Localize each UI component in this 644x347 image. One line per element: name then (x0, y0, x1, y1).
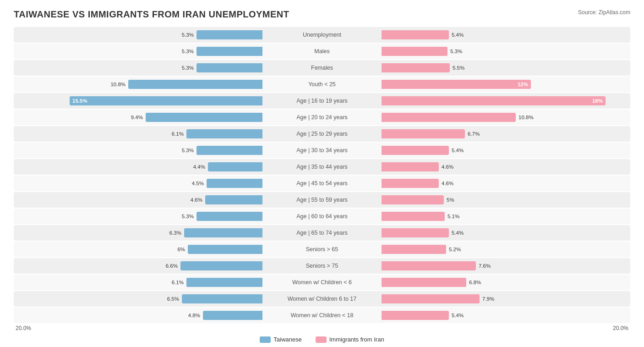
bar-value-right: 6.7% (468, 131, 480, 137)
row-inner: 6.6%Seniors > 757.6% (14, 258, 630, 274)
bar-left-container: 5.3% (14, 143, 262, 158)
bar-right-container: 10.8% (382, 110, 630, 125)
bar-right: 18% (382, 96, 606, 105)
row-inner: 15.5%Age | 16 to 19 years18% (14, 93, 630, 109)
row-label: Age | 65 to 74 years (262, 230, 382, 236)
bar-row: 6.5%Women w/ Children 6 to 177.9% (14, 291, 630, 307)
bar-row: 6.1%Women w/ Children < 66.8% (14, 275, 630, 290)
bar-left-container: 6.1% (14, 126, 262, 142)
bar-left: 6.5% (182, 294, 262, 303)
bar-left: 6.3% (184, 228, 262, 237)
bar-right: 5.3% (382, 47, 448, 56)
bar-right: 5.1% (382, 212, 445, 221)
bar-value-left: 6.6% (166, 263, 178, 269)
bar-left-container: 4.5% (14, 176, 262, 191)
bar-left: 6.1% (186, 278, 262, 287)
row-inner: 10.8%Youth < 2512% (14, 77, 630, 92)
bar-value-right-inside: 12% (518, 82, 531, 87)
row-inner: 5.3%Unemployment5.4% (14, 27, 630, 43)
bar-right: 10.8% (382, 113, 516, 122)
row-label: Women w/ Children < 6 (262, 279, 382, 286)
axis-right: 20.0% (382, 325, 630, 331)
row-inner: 6.5%Women w/ Children 6 to 177.9% (14, 291, 630, 307)
bar-value-right: 5.4% (452, 230, 464, 236)
bar-row: 4.6%Age | 55 to 59 years5% (14, 192, 630, 208)
bar-left: 6% (188, 245, 262, 254)
bar-left: 9.4% (146, 113, 262, 122)
row-label: Age | 45 to 54 years (262, 180, 382, 187)
row-inner: 5.3%Age | 30 to 34 years5.4% (14, 143, 630, 158)
bar-left: 6.6% (180, 261, 262, 270)
bar-right: 7.9% (382, 294, 480, 303)
row-label: Age | 60 to 64 years (262, 213, 382, 220)
row-inner: 6%Seniors > 655.2% (14, 242, 630, 257)
row-inner: 6.1%Age | 25 to 29 years6.7% (14, 126, 630, 142)
chart-container: TAIWANESE VS IMMIGRANTS FROM IRAN UNEMPL… (0, 0, 644, 347)
bar-left-container: 4.8% (14, 308, 262, 323)
bar-row: 4.5%Age | 45 to 54 years4.6% (14, 176, 630, 191)
bar-right: 4.6% (382, 162, 439, 171)
axis-value-left: 20.0% (16, 325, 31, 331)
chart-title: TAIWANESE VS IMMIGRANTS FROM IRAN UNEMPL… (14, 9, 289, 20)
bar-value-right: 5.1% (448, 214, 459, 219)
legend-color-taiwanese (260, 336, 271, 343)
legend-iran: Immigrants from Iran (316, 336, 384, 343)
bar-left-container: 4.6% (14, 192, 262, 208)
bar-right-container: 6.7% (382, 126, 630, 142)
bar-row: 5.3%Unemployment5.4% (14, 27, 630, 43)
bar-right-container: 7.6% (382, 258, 630, 274)
bar-value-right: 10.8% (518, 115, 534, 120)
bar-value-left: 6.1% (172, 131, 184, 137)
bar-value-right: 5.4% (452, 148, 464, 153)
bar-right: 5.4% (382, 30, 449, 39)
bar-left-container: 5.3% (14, 27, 262, 43)
bar-right-container: 5.4% (382, 308, 630, 323)
row-inner: 9.4%Age | 20 to 24 years10.8% (14, 110, 630, 125)
row-inner: 4.4%Age | 35 to 44 years4.6% (14, 159, 630, 175)
bar-row: 4.8%Women w/ Children < 185.4% (14, 308, 630, 323)
bar-row: 6.3%Age | 65 to 74 years5.4% (14, 225, 630, 241)
axis-row: 20.0% 20.0% (14, 325, 630, 331)
row-label: Age | 30 to 34 years (262, 147, 382, 154)
chart-header: TAIWANESE VS IMMIGRANTS FROM IRAN UNEMPL… (14, 9, 630, 20)
bar-right: 12% (382, 80, 531, 89)
bar-left: 4.4% (208, 162, 262, 171)
bar-left: 5.3% (196, 212, 262, 221)
row-label: Seniors > 65 (262, 246, 382, 253)
row-inner: 5.3%Age | 60 to 64 years5.1% (14, 209, 630, 224)
bar-right: 7.6% (382, 261, 476, 270)
row-label: Age | 16 to 19 years (262, 98, 382, 104)
row-inner: 5.3%Males5.3% (14, 44, 630, 59)
bar-right-container: 5.4% (382, 225, 630, 241)
row-inner: 6.1%Women w/ Children < 66.8% (14, 275, 630, 290)
bar-value-left: 5.3% (182, 65, 194, 71)
bar-value-right: 5.5% (453, 65, 464, 71)
bar-right-container: 6.8% (382, 275, 630, 290)
bar-left: 4.6% (205, 195, 262, 204)
row-label: Age | 35 to 44 years (262, 164, 382, 170)
bar-right-container: 12% (382, 77, 630, 92)
bar-left-container: 6.3% (14, 225, 262, 241)
bar-value-right: 4.6% (442, 164, 453, 170)
row-label: Unemployment (262, 32, 382, 38)
bar-value-left: 6.1% (172, 280, 184, 285)
axis-value-right: 20.0% (613, 325, 628, 331)
bar-value-left: 5.3% (182, 148, 194, 153)
row-label: Seniors > 75 (262, 263, 382, 269)
bar-row: 10.8%Youth < 2512% (14, 77, 630, 92)
bar-left-container: 6.6% (14, 258, 262, 274)
bar-row: 9.4%Age | 20 to 24 years10.8% (14, 110, 630, 125)
legend-color-iran (316, 336, 327, 343)
bar-right-container: 18% (382, 93, 630, 109)
bar-row: 6.1%Age | 25 to 29 years6.7% (14, 126, 630, 142)
bar-left-container: 15.5% (14, 93, 262, 109)
bar-left: 4.5% (207, 179, 262, 188)
bar-right-container: 4.6% (382, 159, 630, 175)
bar-value-right: 5% (447, 197, 454, 203)
row-inner: 5.3%Females5.5% (14, 60, 630, 76)
bar-value-left: 9.4% (131, 115, 143, 120)
bar-right-container: 4.6% (382, 176, 630, 191)
bar-left: 5.3% (196, 146, 262, 155)
bar-value-right: 5.3% (450, 49, 462, 54)
bar-right: 5.4% (382, 311, 449, 320)
